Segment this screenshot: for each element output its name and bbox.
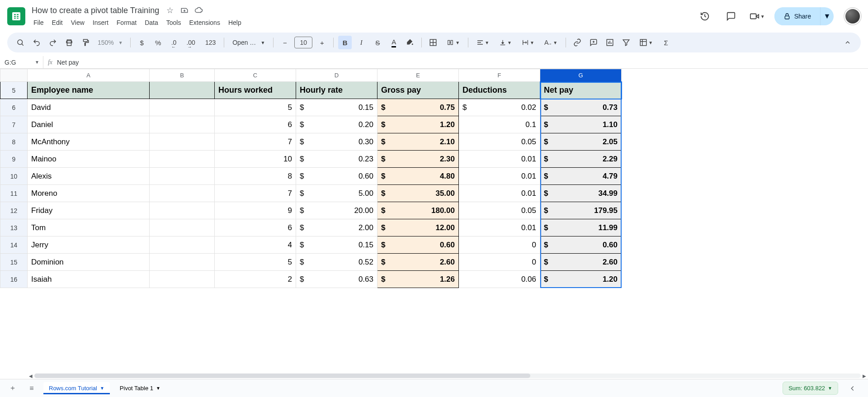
cell-rate[interactable]: $2.00 <box>296 219 377 236</box>
cell-net[interactable]: $2.05 <box>540 133 622 151</box>
cell-gross[interactable]: $2.30 <box>377 151 459 168</box>
col-C[interactable]: C <box>215 69 296 82</box>
horizontal-align-button[interactable]: ▼ <box>473 36 493 49</box>
text-wrap-button[interactable]: ▼ <box>518 36 538 49</box>
redo-icon[interactable] <box>46 36 60 49</box>
spreadsheet-grid[interactable]: A B C D E F G 5 Employee name Hours work… <box>0 69 868 379</box>
document-title[interactable]: How to create a pivot table Training <box>30 5 161 16</box>
cell-gross[interactable]: $2.60 <box>377 254 459 271</box>
header-gross-pay[interactable]: Gross pay <box>377 82 459 99</box>
cell-name[interactable]: Friday <box>28 202 150 219</box>
cell-gross[interactable]: $2.10 <box>377 133 459 151</box>
cell-deductions[interactable]: 0.01 <box>459 168 540 185</box>
comments-icon[interactable] <box>722 7 740 25</box>
account-avatar[interactable] <box>844 8 861 24</box>
cell-net[interactable]: $0.73 <box>540 99 622 116</box>
insert-link-icon[interactable] <box>571 36 584 49</box>
row-head[interactable]: 14 <box>0 236 28 254</box>
cell-net[interactable]: $1.10 <box>540 116 622 133</box>
header-employee-name[interactable]: Employee name <box>28 82 150 99</box>
menu-data[interactable]: Data <box>141 17 162 28</box>
row-head[interactable]: 13 <box>0 219 28 236</box>
header-hourly-rate[interactable]: Hourly rate <box>296 82 377 99</box>
row-head[interactable]: 15 <box>0 254 28 271</box>
cell-hours[interactable]: 9 <box>215 202 296 219</box>
sheet-tab-active[interactable]: Rows.com Tutorial▼ <box>43 382 110 394</box>
cell-name[interactable]: Isaiah <box>28 271 150 288</box>
row-head[interactable]: 10 <box>0 168 28 185</box>
row-head[interactable]: 5 <box>0 82 28 99</box>
cell-net[interactable]: $0.60 <box>540 236 622 254</box>
header-hours-worked[interactable]: Hours worked <box>215 82 296 99</box>
cell-hours[interactable]: 5 <box>215 99 296 116</box>
print-icon[interactable] <box>62 36 76 49</box>
cell-rate[interactable]: $20.00 <box>296 202 377 219</box>
header-blank[interactable] <box>150 82 215 99</box>
filter-icon[interactable] <box>619 36 633 49</box>
menu-view[interactable]: View <box>67 17 88 28</box>
col-F[interactable]: F <box>459 69 540 82</box>
cell-deductions[interactable]: 0.01 <box>459 185 540 202</box>
bold-button[interactable]: B <box>338 36 352 49</box>
row-head[interactable]: 16 <box>0 271 28 288</box>
column-headers[interactable]: A B C D E F G <box>0 69 622 82</box>
vertical-align-button[interactable]: ▼ <box>495 36 515 49</box>
cell-net[interactable]: $179.95 <box>540 202 622 219</box>
header-net-pay[interactable]: Net pay <box>540 82 622 99</box>
cell-hours[interactable]: 7 <box>215 133 296 151</box>
cell-blank[interactable] <box>150 219 215 236</box>
insert-comment-icon[interactable] <box>587 36 600 49</box>
cell-deductions[interactable]: 0.01 <box>459 219 540 236</box>
strikethrough-button[interactable]: S <box>371 36 384 49</box>
cell-name[interactable]: David <box>28 99 150 116</box>
undo-icon[interactable] <box>30 36 43 49</box>
cell-rate[interactable]: $0.20 <box>296 116 377 133</box>
cell-name[interactable]: Jerry <box>28 236 150 254</box>
cell-blank[interactable] <box>150 254 215 271</box>
cell-gross[interactable]: $1.20 <box>377 116 459 133</box>
cell-hours[interactable]: 10 <box>215 151 296 168</box>
share-button[interactable]: Share <box>774 7 820 25</box>
row-head[interactable]: 9 <box>0 151 28 168</box>
col-A[interactable]: A <box>28 69 150 82</box>
cell-hours[interactable]: 7 <box>215 185 296 202</box>
col-D[interactable]: D <box>296 69 377 82</box>
row-head[interactable]: 8 <box>0 133 28 151</box>
horizontal-scrollbar[interactable]: ◀▶ <box>27 373 868 379</box>
functions-icon[interactable]: Σ <box>659 36 673 49</box>
cell-deductions[interactable]: 0.05 <box>459 202 540 219</box>
sheet-tab-pivot[interactable]: Pivot Table 1▼ <box>114 382 166 394</box>
menu-file[interactable]: File <box>30 17 47 28</box>
sheets-app-icon[interactable] <box>7 7 25 25</box>
format-currency-icon[interactable]: $ <box>135 36 149 49</box>
menu-format[interactable]: Format <box>113 17 140 28</box>
fill-color-button[interactable] <box>403 36 417 49</box>
cell-rate[interactable]: $0.15 <box>296 99 377 116</box>
cell-blank[interactable] <box>150 116 215 133</box>
cell-deductions[interactable]: 0 <box>459 236 540 254</box>
cell-deductions[interactable]: 0.01 <box>459 151 540 168</box>
cell-net[interactable]: $11.99 <box>540 219 622 236</box>
cell-net[interactable]: $34.99 <box>540 185 622 202</box>
cell-rate[interactable]: $5.00 <box>296 185 377 202</box>
menu-extensions[interactable]: Extensions <box>185 17 223 28</box>
insert-chart-icon[interactable] <box>603 36 617 49</box>
cell-name[interactable]: McAnthony <box>28 133 150 151</box>
cell-name[interactable]: Alexis <box>28 168 150 185</box>
cell-name[interactable]: Mainoo <box>28 151 150 168</box>
merge-cells-button[interactable]: ▼ <box>443 36 463 49</box>
cell-net[interactable]: $4.79 <box>540 168 622 185</box>
search-menus-icon[interactable] <box>14 36 27 49</box>
cell-name[interactable]: Dominion <box>28 254 150 271</box>
cell-hours[interactable]: 2 <box>215 271 296 288</box>
cell-gross[interactable]: $4.80 <box>377 168 459 185</box>
decrease-decimal-icon[interactable]: .0← <box>168 36 180 49</box>
move-icon[interactable] <box>179 5 190 16</box>
cell-name[interactable]: Tom <box>28 219 150 236</box>
cell-net[interactable]: $2.29 <box>540 151 622 168</box>
cell-blank[interactable] <box>150 99 215 116</box>
cell-deductions[interactable]: 0 <box>459 254 540 271</box>
toolbar-collapse-icon[interactable] <box>841 36 854 49</box>
side-panel-toggle[interactable] <box>846 380 863 397</box>
borders-button[interactable] <box>426 36 440 49</box>
